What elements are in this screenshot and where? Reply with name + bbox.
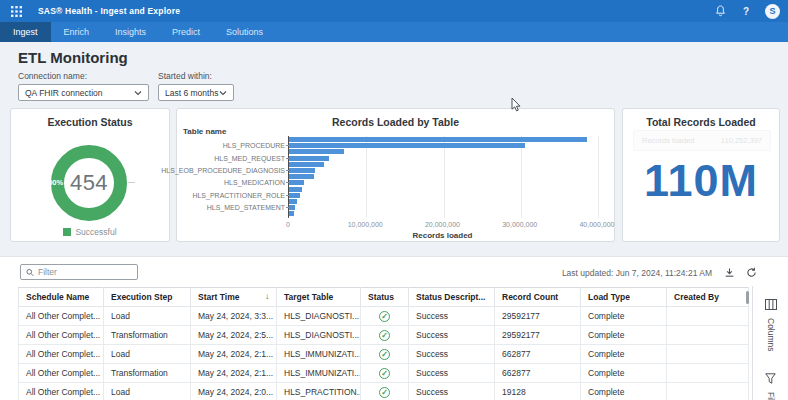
x-tick-label: 40,000,000	[579, 221, 614, 228]
table-scrollbar-thumb[interactable]	[746, 291, 749, 304]
bar-chart-y-axis-title: Table name	[183, 127, 226, 136]
notifications-bell-icon[interactable]	[713, 4, 727, 18]
refresh-icon[interactable]	[744, 265, 758, 279]
cell-created-by	[667, 307, 749, 326]
bar-unlabeled-8[interactable]	[289, 187, 302, 192]
app-launcher-icon[interactable]	[8, 3, 24, 19]
bar-HLS_PROCEDURE[interactable]	[289, 143, 525, 148]
success-status-icon: ✓	[379, 330, 390, 341]
cell-target-table: HLS_PRACTITION...	[277, 383, 361, 400]
connection-value: QA FHIR connection	[25, 88, 102, 98]
bar-chart-x-axis-title: Records loaded	[288, 231, 597, 240]
column-header-record-count[interactable]: Record Count	[495, 288, 581, 307]
user-avatar[interactable]: S	[765, 4, 780, 19]
started-within-select[interactable]: Last 6 months	[158, 84, 234, 101]
bar-unlabeled-4[interactable]	[289, 162, 324, 167]
column-header-status-descript-[interactable]: Status Descript...	[409, 288, 495, 307]
user-initial: S	[769, 6, 775, 16]
column-header-execution-step[interactable]: Execution Step	[104, 288, 191, 307]
ghost-value: 110,252,397	[721, 136, 762, 145]
cell-load-type: Complete	[581, 345, 667, 364]
table-header-row: Schedule NameExecution StepStart Time↓Ta…	[19, 288, 749, 307]
cell-target-table: HLS_IMMUNIZATI...	[277, 364, 361, 383]
column-header-start-time[interactable]: Start Time↓	[191, 288, 277, 307]
filter-input[interactable]	[38, 267, 132, 277]
tab-solutions[interactable]: Solutions	[213, 22, 276, 42]
bar-HLS_MED_STATEMENT[interactable]	[289, 205, 295, 210]
cell-record-count: 29592177	[495, 307, 581, 326]
table-row[interactable]: All Other Complet...TransformationMay 24…	[19, 364, 749, 383]
bar-y-label: HLS_PROCEDURE	[223, 142, 285, 149]
cell-record-count: 29592177	[495, 326, 581, 345]
download-icon[interactable]	[722, 265, 736, 279]
column-header-target-table[interactable]: Target Table	[277, 288, 361, 307]
column-header-status[interactable]: Status	[361, 288, 409, 307]
last-updated-text: Last updated: Jun 7, 2024, 11:24:21 AM	[562, 268, 712, 278]
legend-label-successful: Successful	[75, 227, 116, 237]
table-row[interactable]: All Other Complet...TransformationMay 24…	[19, 326, 749, 345]
table-row[interactable]: All Other Complet...LoadMay 24, 2024, 2:…	[19, 383, 749, 400]
table-row[interactable]: All Other Complet...LoadMay 24, 2024, 2:…	[19, 345, 749, 364]
x-tick-label: 0	[286, 221, 290, 228]
column-header-load-type[interactable]: Load Type	[581, 288, 667, 307]
cell-status: ✓	[361, 364, 409, 383]
chevron-down-icon	[219, 90, 227, 96]
bar-HLS_MEDICATION[interactable]	[289, 180, 304, 185]
cell-created-by	[667, 345, 749, 364]
side-panel-label-columns: Columns	[766, 318, 776, 352]
side-panel-item-filters[interactable]: Filters	[753, 360, 788, 400]
help-icon[interactable]: ?	[739, 4, 753, 18]
total-records-value: 110M	[623, 155, 779, 207]
bar-unlabeled-6[interactable]	[289, 174, 314, 179]
tab-enrich[interactable]: Enrich	[51, 22, 103, 42]
bar-unlabeled-12[interactable]	[289, 211, 294, 216]
cell-target-table: HLS_DIAGNOSTI...	[277, 307, 361, 326]
cell-status-descript-: Success	[409, 345, 495, 364]
execution-status-donut[interactable]: 454 100%	[51, 145, 127, 221]
tab-insights[interactable]: Insights	[102, 22, 159, 42]
bar-HLS_PRACTITIONER_ROLE[interactable]	[289, 193, 300, 198]
cell-created-by	[667, 364, 749, 383]
cell-target-table: HLS_IMMUNIZATI...	[277, 345, 361, 364]
records-by-table-card: Records Loaded by Table Table name HLS_P…	[176, 108, 615, 242]
search-icon	[26, 268, 34, 277]
cell-execution-step: Transformation	[104, 364, 191, 383]
cell-status: ✓	[361, 326, 409, 345]
bar-y-label: HLS_MED_REQUEST	[214, 155, 285, 162]
app-bar: SAS® Health - Ingest and Explore ? S	[0, 0, 788, 22]
bar-unlabeled-2[interactable]	[289, 149, 344, 154]
cell-schedule-name: All Other Complet...	[19, 345, 104, 364]
bar-unlabeled-0[interactable]	[289, 137, 587, 142]
cell-record-count: 662877	[495, 345, 581, 364]
etl-monitoring-table: Schedule NameExecution StepStart Time↓Ta…	[18, 287, 749, 400]
table-row[interactable]: All Other Complet...LoadMay 24, 2024, 3:…	[19, 307, 749, 326]
execution-status-title: Execution Status	[11, 116, 169, 128]
bar-HLS_MED_REQUEST[interactable]	[289, 156, 329, 161]
cell-execution-step: Load	[104, 307, 191, 326]
legend-swatch-successful	[63, 228, 71, 236]
ghost-label: Records loaded	[642, 136, 695, 145]
connection-select[interactable]: QA FHIR connection	[18, 84, 149, 101]
right-side-panel: ColumnsFilters	[752, 286, 788, 400]
side-panel-item-columns[interactable]: Columns	[753, 286, 788, 360]
cell-status: ✓	[361, 345, 409, 364]
column-header-schedule-name[interactable]: Schedule Name	[19, 288, 104, 307]
filter-field[interactable]	[20, 264, 138, 280]
connection-label: Connection name:	[18, 71, 149, 81]
total-records-tooltip-ghost: Records loaded 110,252,397	[633, 130, 771, 151]
bar-HLS_EOB_PROCEDURE_DIAGNOSIS[interactable]	[289, 168, 315, 173]
bar-unlabeled-10[interactable]	[289, 199, 297, 204]
bar-y-label: HLS_MED_STATEMENT	[207, 204, 285, 211]
total-records-title: Total Records Loaded	[623, 116, 779, 128]
cell-load-type: Complete	[581, 307, 667, 326]
cell-load-type: Complete	[581, 326, 667, 345]
table-columns-icon	[765, 296, 777, 314]
tab-predict[interactable]: Predict	[159, 22, 213, 42]
bar-y-tick	[286, 170, 289, 171]
cell-load-type: Complete	[581, 383, 667, 400]
column-header-created-by[interactable]: Created By	[667, 288, 749, 307]
apps-grid-icon	[11, 6, 22, 17]
side-panel-label-filters: Filters	[766, 392, 776, 400]
tab-ingest[interactable]: Ingest	[0, 22, 51, 42]
started-within-value: Last 6 months	[165, 88, 218, 98]
